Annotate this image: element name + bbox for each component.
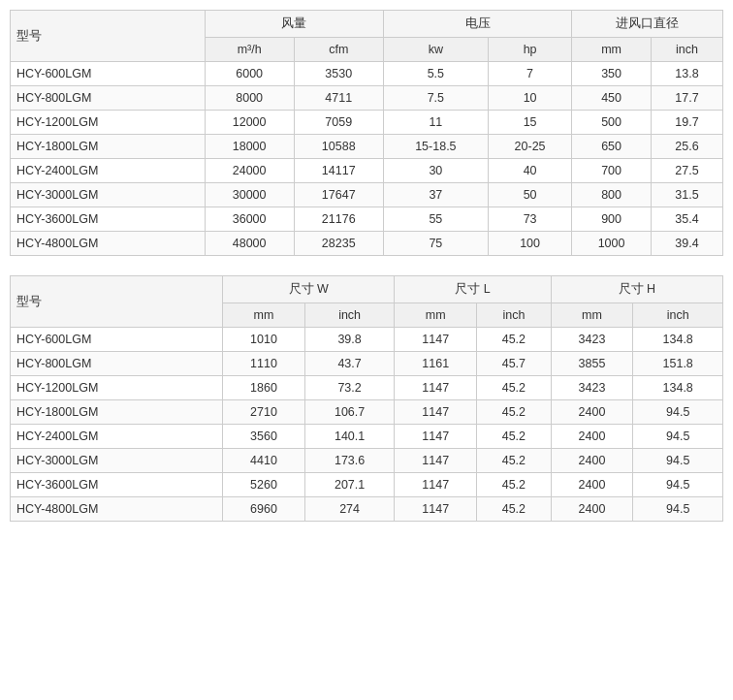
hp-cell: 7 [488, 62, 571, 86]
table1-sub-mm: mm [572, 38, 652, 62]
hp-cell: 40 [488, 159, 571, 183]
m3h-cell: 48000 [205, 232, 294, 256]
table-row: HCY-600LGM 1010 39.8 1147 45.2 3423 134.… [11, 328, 723, 352]
table2-sub-w-mm: mm [223, 303, 305, 328]
model-cell: HCY-4800LGM [11, 497, 223, 522]
w-mm-cell: 1110 [223, 352, 305, 376]
model-cell: HCY-800LGM [11, 86, 206, 111]
h-inch-cell: 151.8 [633, 352, 723, 376]
kw-cell: 75 [383, 232, 488, 256]
kw-cell: 30 [383, 159, 488, 183]
table-row: HCY-3000LGM 4410 173.6 1147 45.2 2400 94… [11, 449, 723, 473]
h-mm-cell: 2400 [551, 400, 633, 425]
kw-cell: 15-18.5 [383, 135, 488, 159]
hp-cell: 100 [488, 232, 571, 256]
m3h-cell: 24000 [205, 159, 294, 183]
inch-cell: 13.8 [651, 62, 722, 86]
m3h-cell: 30000 [205, 183, 294, 207]
hp-cell: 15 [488, 111, 571, 135]
table2-group-w: 尺寸 W [223, 276, 395, 303]
h-inch-cell: 134.8 [633, 376, 723, 400]
w-inch-cell: 274 [304, 497, 395, 522]
w-inch-cell: 173.6 [304, 449, 395, 473]
m3h-cell: 6000 [205, 62, 294, 86]
l-inch-cell: 45.2 [477, 473, 552, 497]
table1-sub-cfm: cfm [294, 38, 383, 62]
table2-group-l: 尺寸 L [395, 276, 551, 303]
hp-cell: 73 [488, 207, 571, 232]
h-inch-cell: 134.8 [633, 328, 723, 352]
m3h-cell: 36000 [205, 207, 294, 232]
w-inch-cell: 73.2 [304, 376, 395, 400]
m3h-cell: 18000 [205, 135, 294, 159]
table-row: HCY-1200LGM 12000 7059 11 15 500 19.7 [11, 111, 723, 135]
table-row: HCY-1800LGM 2710 106.7 1147 45.2 2400 94… [11, 400, 723, 425]
l-inch-cell: 45.2 [477, 328, 552, 352]
m3h-cell: 8000 [205, 86, 294, 111]
l-inch-cell: 45.2 [477, 449, 552, 473]
mm-cell: 1000 [572, 232, 652, 256]
model-cell: HCY-3000LGM [11, 449, 223, 473]
l-inch-cell: 45.2 [477, 376, 552, 400]
l-mm-cell: 1147 [395, 425, 477, 449]
w-inch-cell: 106.7 [304, 400, 395, 425]
l-mm-cell: 1147 [395, 473, 477, 497]
mm-cell: 650 [572, 135, 652, 159]
h-inch-cell: 94.5 [633, 400, 723, 425]
h-mm-cell: 2400 [551, 473, 633, 497]
mm-cell: 500 [572, 111, 652, 135]
table2-sub-l-inch: inch [477, 303, 552, 328]
table1-sub-kw: kw [383, 38, 488, 62]
inch-cell: 19.7 [651, 111, 722, 135]
table1-col-model: 型号 [11, 11, 206, 62]
w-mm-cell: 6960 [223, 497, 305, 522]
h-mm-cell: 2400 [551, 497, 633, 522]
model-cell: HCY-2400LGM [11, 425, 223, 449]
table1-group-airflow: 风量 [205, 11, 383, 38]
table-row: HCY-2400LGM 24000 14117 30 40 700 27.5 [11, 159, 723, 183]
h-mm-cell: 3423 [551, 328, 633, 352]
table-row: HCY-800LGM 8000 4711 7.5 10 450 17.7 [11, 86, 723, 111]
w-mm-cell: 4410 [223, 449, 305, 473]
l-mm-cell: 1147 [395, 400, 477, 425]
cfm-cell: 17647 [294, 183, 383, 207]
h-mm-cell: 2400 [551, 425, 633, 449]
l-inch-cell: 45.2 [477, 425, 552, 449]
w-inch-cell: 207.1 [304, 473, 395, 497]
cfm-cell: 28235 [294, 232, 383, 256]
kw-cell: 37 [383, 183, 488, 207]
model-cell: HCY-2400LGM [11, 159, 206, 183]
l-mm-cell: 1147 [395, 497, 477, 522]
model-cell: HCY-600LGM [11, 328, 223, 352]
hp-cell: 50 [488, 183, 571, 207]
h-mm-cell: 3855 [551, 352, 633, 376]
table1-group-inlet: 进风口直径 [572, 11, 723, 38]
w-mm-cell: 1860 [223, 376, 305, 400]
l-inch-cell: 45.7 [477, 352, 552, 376]
table1: 型号 风量 电压 进风口直径 m³/h cfm kw hp mm inch HC… [10, 10, 723, 256]
inch-cell: 35.4 [651, 207, 722, 232]
model-cell: HCY-800LGM [11, 352, 223, 376]
model-cell: HCY-3000LGM [11, 183, 206, 207]
h-inch-cell: 94.5 [633, 497, 723, 522]
table1-sub-m3h: m³/h [205, 38, 294, 62]
table2-sub-h-inch: inch [633, 303, 723, 328]
table2-group-h: 尺寸 H [551, 276, 722, 303]
table-row: HCY-3600LGM 5260 207.1 1147 45.2 2400 94… [11, 473, 723, 497]
table-row: HCY-4800LGM 48000 28235 75 100 1000 39.4 [11, 232, 723, 256]
w-mm-cell: 3560 [223, 425, 305, 449]
w-inch-cell: 140.1 [304, 425, 395, 449]
model-cell: HCY-3600LGM [11, 473, 223, 497]
table-row: HCY-4800LGM 6960 274 1147 45.2 2400 94.5 [11, 497, 723, 522]
cfm-cell: 7059 [294, 111, 383, 135]
mm-cell: 800 [572, 183, 652, 207]
model-cell: HCY-1200LGM [11, 376, 223, 400]
kw-cell: 11 [383, 111, 488, 135]
model-cell: HCY-4800LGM [11, 232, 206, 256]
inch-cell: 25.6 [651, 135, 722, 159]
inch-cell: 17.7 [651, 86, 722, 111]
table-row: HCY-3600LGM 36000 21176 55 73 900 35.4 [11, 207, 723, 232]
inch-cell: 27.5 [651, 159, 722, 183]
l-inch-cell: 45.2 [477, 497, 552, 522]
h-inch-cell: 94.5 [633, 473, 723, 497]
